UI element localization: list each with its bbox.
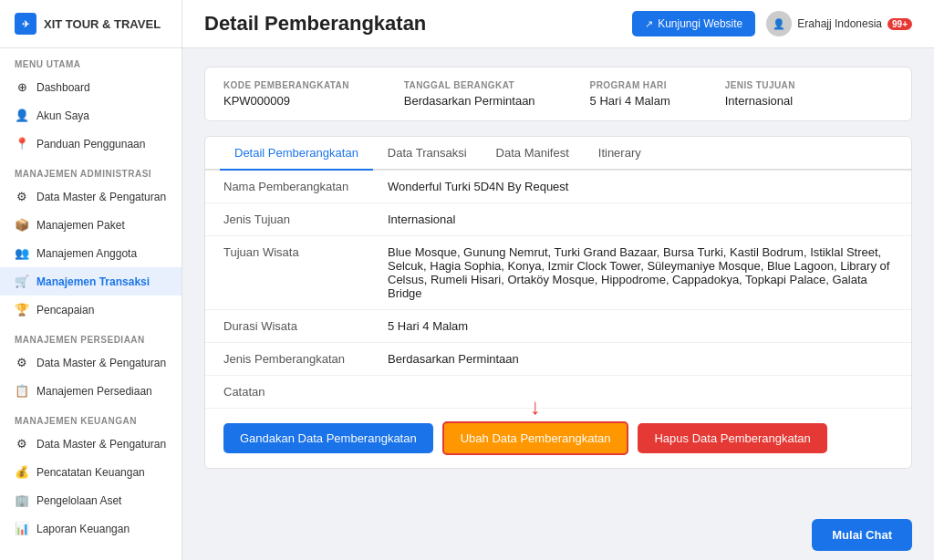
info-tanggal-label: TANGGAL BERANGKAT (404, 80, 535, 90)
tab-itinerary[interactable]: Itinerary (584, 137, 656, 171)
value-jenis-pemberangkatan: Berdasarkan Permintaan (388, 352, 893, 366)
settings-icon-3: ⚙ (15, 437, 29, 451)
value-durasi: 5 Hari 4 Malam (388, 319, 893, 333)
ubah-button[interactable]: Ubah Data Pemberangkatan (442, 421, 629, 455)
settings-icon-2: ⚙ (15, 356, 29, 369)
sidebar-item-pengelolaan-aset[interactable]: 🏢 Pengelolaan Aset (0, 486, 182, 514)
sidebar-item-data-master-keuangan[interactable]: ⚙ Data Master & Pengaturan (0, 430, 182, 458)
visit-website-button[interactable]: ↗ Kunjungi Website (632, 11, 755, 36)
cart-icon: 🛒 (15, 275, 29, 288)
arrow-indicator: ↓ (530, 394, 541, 420)
detail-row-jenis-pemberangkatan: Jenis Pemberangkatan Berdasarkan Permint… (205, 343, 911, 376)
content-area: KODE PEMBERANGKATAN KPW000009 TANGGAL BE… (182, 48, 934, 510)
section-title-admin: MANAJEMEN ADMINISTRASI (0, 158, 182, 182)
info-kode-label: KODE PEMBERANGKATAN (223, 80, 349, 90)
sidebar-item-label: Dashboard (36, 81, 90, 94)
info-kode: KODE PEMBERANGKATAN KPW000009 (223, 80, 349, 108)
sidebar-item-data-master-admin[interactable]: ⚙ Data Master & Pengaturan (0, 182, 182, 211)
guide-icon: 📍 (15, 137, 29, 150)
info-tanggal: TANGGAL BERANGKAT Berdasarkan Permintaan (404, 80, 535, 108)
header-right: ↗ Kunjungi Website 👤 Erahajj Indonesia 9… (632, 11, 912, 36)
user-name: Erahajj Indonesia (797, 17, 882, 30)
sidebar-item-label: Manajemen Paket (36, 219, 125, 232)
info-jenis-label: JENIS TUJUAN (725, 80, 795, 90)
detail-row-tujuan-wisata: Tujuan Wisata Blue Mosque, Gunung Nemrut… (205, 236, 911, 310)
members-icon: 👥 (15, 246, 29, 260)
chart-icon: 📊 (15, 522, 29, 535)
sidebar-item-label: Manajemen Transaksi (36, 275, 150, 288)
tab-manifest[interactable]: Data Manifest (482, 137, 584, 171)
sidebar-item-pencapaian[interactable]: 🏆 Pencapaian (0, 296, 182, 324)
sidebar-logo: ✈ XIT TOUR & TRAVEL (0, 0, 182, 48)
detail-card: Detail Pemberangkatan Data Transaksi Dat… (204, 136, 912, 469)
info-tanggal-value: Berdasarkan Permintaan (404, 94, 535, 108)
info-program-label: PROGRAM HARI (590, 80, 670, 90)
sidebar-item-manajemen-paket[interactable]: 📦 Manajemen Paket (0, 211, 182, 239)
section-title-menu-utama: MENU UTAMA (0, 48, 182, 73)
value-jenis-tujuan: Internasional (388, 213, 893, 226)
trophy-icon: 🏆 (15, 303, 29, 316)
sidebar-item-label: Pencatatan Keuangan (36, 466, 145, 479)
sidebar-item-data-master-persediaan[interactable]: ⚙ Data Master & Pengaturan (0, 348, 182, 377)
notification-badge: 99+ (887, 18, 912, 30)
info-jenis-value: Internasional (725, 94, 793, 108)
sidebar-item-label: Data Master & Pengaturan (36, 191, 166, 203)
label-durasi: Durasi Wisata (223, 319, 388, 333)
sidebar-item-label: Data Master & Pengaturan (36, 357, 166, 369)
sidebar-item-panduan[interactable]: 📍 Panduan Penggunaan (0, 130, 182, 158)
detail-row-nama: Nama Pemberangkatan Wonderful Turki 5D4N… (205, 171, 911, 203)
logo-icon: ✈ (15, 13, 36, 35)
info-jenis: JENIS TUJUAN Internasional (725, 80, 795, 108)
detail-row-catatan: Catatan (205, 376, 911, 408)
label-tujuan-wisata: Tujuan Wisata (223, 245, 388, 259)
list-icon: 📋 (15, 384, 29, 398)
user-info: 👤 Erahajj Indonesia 99+ (766, 11, 912, 36)
sidebar-item-label: Data Master & Pengaturan (36, 438, 166, 451)
hapus-button[interactable]: Hapus Data Pemberangkatan (638, 423, 826, 453)
sidebar-item-manajemen-transaksi[interactable]: 🛒 Manajemen Transaksi (0, 267, 182, 296)
label-jenis-pemberangkatan: Jenis Pemberangkatan (223, 352, 388, 366)
value-tujuan-wisata: Blue Mosque, Gunung Nemrut, Turki Grand … (388, 245, 893, 300)
external-link-icon: ↗ (645, 18, 653, 30)
sidebar-item-label: Manajemen Anggota (36, 247, 137, 260)
info-kode-value: KPW000009 (223, 94, 290, 108)
section-title-persediaan: MANAJEMEN PERSEDIAAN (0, 324, 182, 348)
tab-bar: Detail Pemberangkatan Data Transaksi Dat… (205, 137, 911, 171)
tab-detail[interactable]: Detail Pemberangkatan (220, 137, 373, 171)
sidebar-item-label: Pencapaian (36, 304, 94, 316)
mulai-chat-bar: Mulai Chat (182, 510, 934, 560)
package-icon: 📦 (15, 218, 29, 232)
info-program-value: 5 Hari 4 Malam (590, 94, 670, 108)
logo-text: XIT TOUR & TRAVEL (44, 17, 161, 31)
sidebar-item-pencatatan-keuangan[interactable]: 💰 Pencatatan Keuangan (0, 458, 182, 486)
tab-transaksi[interactable]: Data Transaksi (373, 137, 482, 171)
sidebar-item-manajemen-persediaan[interactable]: 📋 Manajemen Persediaan (0, 377, 182, 405)
info-program: PROGRAM HARI 5 Hari 4 Malam (590, 80, 670, 108)
sidebar-item-akun-saya[interactable]: 👤 Akun Saya (0, 101, 182, 130)
header: Detail Pemberangkatan ↗ Kunjungi Website… (182, 0, 934, 48)
sidebar-item-dashboard[interactable]: ⊕ Dashboard (0, 73, 182, 101)
info-bar: KODE PEMBERANGKATAN KPW000009 TANGGAL BE… (204, 67, 912, 121)
sidebar-item-label: Manajemen Persediaan (36, 385, 152, 398)
main-content: Detail Pemberangkatan ↗ Kunjungi Website… (182, 0, 934, 560)
user-icon: 👤 (15, 109, 29, 122)
sidebar-item-label: Laporan Keuangan (36, 523, 130, 535)
settings-icon: ⚙ (15, 190, 29, 203)
sidebar-item-label: Pengelolaan Aset (36, 494, 121, 507)
action-buttons: Gandakan Data Pemberangkatan ↓ Ubah Data… (205, 408, 911, 468)
sidebar-item-manajemen-anggota[interactable]: 👥 Manajemen Anggota (0, 239, 182, 267)
value-nama: Wonderful Turki 5D4N By Request (388, 180, 893, 193)
sidebar-item-label: Akun Saya (36, 109, 89, 122)
detail-row-durasi: Durasi Wisata 5 Hari 4 Malam (205, 310, 911, 343)
page-title: Detail Pemberangkatan (204, 12, 426, 36)
label-catatan: Catatan (223, 385, 388, 399)
mulai-chat-button[interactable]: Mulai Chat (812, 519, 912, 551)
section-title-keuangan: MANAJEMEN KEUANGAN (0, 405, 182, 430)
gandakan-button[interactable]: Gandakan Data Pemberangkatan (223, 423, 433, 453)
sidebar-item-laporan-keuangan[interactable]: 📊 Laporan Keuangan (0, 514, 182, 543)
detail-table: Nama Pemberangkatan Wonderful Turki 5D4N… (205, 171, 911, 408)
detail-row-jenis-tujuan: Jenis Tujuan Internasional (205, 203, 911, 236)
building-icon: 🏢 (15, 493, 29, 507)
visit-website-label: Kunjungi Website (658, 17, 742, 30)
label-nama: Nama Pemberangkatan (223, 180, 388, 193)
